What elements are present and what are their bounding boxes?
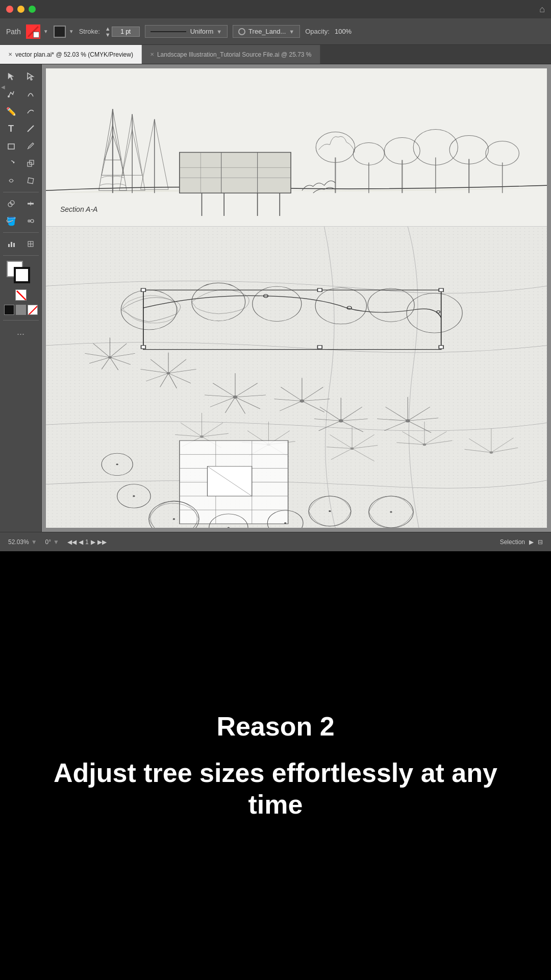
- svg-point-14: [31, 219, 34, 223]
- panel-collapse-arrow[interactable]: ◀: [1, 84, 5, 90]
- tool-row-10: [2, 236, 40, 252]
- none-swatch[interactable]: [28, 305, 38, 315]
- tab-inactive[interactable]: ✕ Landscape Illustration_Tutorial Source…: [142, 45, 320, 64]
- scale-tool[interactable]: [21, 155, 40, 172]
- svg-point-1: [8, 95, 10, 97]
- tab-active[interactable]: ✕ vector plan.ai* @ 52.03 % (CMYK/Previe…: [0, 45, 142, 64]
- convert-anchor-tool[interactable]: [21, 86, 40, 102]
- svg-marker-5: [13, 162, 15, 163]
- svg-rect-15: [8, 244, 10, 247]
- stroke-color-icon[interactable]: [26, 24, 40, 39]
- svg-point-113: [339, 419, 343, 422]
- uniform-arrow[interactable]: ▼: [216, 29, 222, 35]
- shape-type-group: ▼: [54, 26, 74, 38]
- opacity-value: 100%: [335, 28, 352, 35]
- color-swatch-area[interactable]: [7, 261, 35, 286]
- stroke-value[interactable]: 1 pt: [112, 27, 140, 37]
- angle-display[interactable]: 0° ▼: [45, 538, 59, 546]
- canvas-area[interactable]: Section A-A: [42, 64, 551, 532]
- stroke-swatch[interactable]: [14, 267, 30, 283]
- angle-value: 0°: [45, 538, 51, 546]
- tool-row-4: T: [2, 120, 40, 137]
- svg-line-0: [28, 27, 38, 37]
- free-transform-tool[interactable]: [21, 173, 40, 189]
- tree-label: Tree_Land...: [248, 28, 286, 35]
- svg-point-169: [116, 463, 118, 465]
- black-swatch[interactable]: [4, 305, 14, 315]
- mode-arrow[interactable]: ▶: [529, 538, 534, 546]
- tab-close-active[interactable]: ✕: [8, 52, 12, 57]
- opacity-label: Opacity:: [305, 28, 330, 35]
- tree-arrow[interactable]: ▼: [289, 29, 294, 35]
- svg-point-177: [284, 522, 286, 524]
- chart-tool[interactable]: [2, 236, 20, 252]
- next-arrow[interactable]: ▶: [91, 538, 95, 546]
- svg-rect-63: [141, 346, 146, 349]
- home-icon[interactable]: ⌂: [539, 4, 545, 15]
- svg-point-77: [108, 356, 112, 359]
- page-nav[interactable]: ◀◀ ◀ 1 ▶ ▶▶: [67, 538, 107, 546]
- line-tool[interactable]: [21, 120, 40, 137]
- svg-point-145: [350, 447, 354, 450]
- reset-color-icon[interactable]: [15, 289, 27, 301]
- prev-arrow[interactable]: ◀: [79, 538, 83, 546]
- tool-row-7: [2, 173, 40, 189]
- main-area: ◀ ✏️ T: [0, 64, 551, 532]
- svg-rect-24: [180, 152, 291, 193]
- tool-row-9: 🪣: [2, 213, 40, 229]
- shape-icon[interactable]: [54, 26, 66, 38]
- pencil-tool[interactable]: ✏️: [2, 103, 20, 119]
- width-tool[interactable]: [21, 195, 40, 212]
- fill-stroke-arrow[interactable]: ▼: [43, 29, 48, 34]
- shape-builder-tool[interactable]: [2, 195, 20, 212]
- close-button[interactable]: [6, 6, 13, 13]
- slice-tool[interactable]: [21, 236, 40, 252]
- svg-rect-62: [439, 288, 443, 291]
- svg-rect-60: [141, 288, 146, 291]
- angle-arrow[interactable]: ▼: [53, 538, 59, 546]
- svg-rect-17: [13, 243, 15, 247]
- shape-arrow[interactable]: ▼: [69, 29, 74, 34]
- tool-row-3: ✏️: [2, 103, 40, 119]
- blend-tool[interactable]: [21, 213, 40, 229]
- svg-point-129: [200, 435, 204, 438]
- svg-rect-51: [46, 227, 547, 528]
- zoom-arrow[interactable]: ▼: [31, 538, 37, 546]
- tab-close-inactive[interactable]: ✕: [150, 52, 154, 57]
- gray-swatch[interactable]: [16, 305, 26, 315]
- smooth-tool[interactable]: [21, 103, 40, 119]
- left-toolbar: ◀ ✏️ T: [0, 64, 42, 532]
- zoom-value: 52.03%: [8, 538, 29, 546]
- warp-tool[interactable]: [2, 173, 20, 189]
- next-page[interactable]: ▶▶: [97, 538, 107, 546]
- minimize-button[interactable]: [17, 6, 24, 13]
- maximize-button[interactable]: [29, 6, 36, 13]
- panel-toggle[interactable]: ⊟: [538, 538, 543, 546]
- svg-line-21: [17, 291, 26, 300]
- paint-bucket-tool[interactable]: 🪣: [2, 213, 20, 229]
- svg-point-121: [406, 419, 410, 422]
- svg-line-4: [28, 148, 29, 149]
- eyedropper-tool[interactable]: [21, 138, 40, 154]
- svg-line-2: [28, 126, 34, 132]
- plan-area: [46, 227, 547, 528]
- rect-tool[interactable]: [2, 138, 20, 154]
- elevation-area: Section A-A: [46, 68, 547, 227]
- tab-inactive-label: Landscape Illustration_Tutorial Source F…: [157, 51, 312, 58]
- zoom-level[interactable]: 52.03% ▼: [8, 538, 37, 546]
- svg-point-179: [329, 510, 331, 512]
- prev-page[interactable]: ◀◀: [67, 538, 77, 546]
- color-reset-row: [15, 289, 27, 301]
- stroke-stepper[interactable]: ▲▼ 1 pt: [105, 26, 140, 38]
- direct-select-tool[interactable]: [21, 68, 40, 85]
- type-tool[interactable]: T: [2, 120, 20, 137]
- tool-row-5: [2, 138, 40, 154]
- uniform-label: Uniform: [190, 28, 214, 35]
- reason-number: Reason 2: [216, 711, 334, 742]
- section-label: Section A-A: [60, 205, 97, 213]
- bottom-area: Reason 2 Adjust tree sizes effortlessly …: [0, 551, 551, 980]
- more-tools[interactable]: ···: [12, 326, 30, 342]
- select-tool[interactable]: [2, 68, 20, 85]
- svg-point-151: [423, 444, 427, 446]
- rotate-tool[interactable]: [2, 155, 20, 172]
